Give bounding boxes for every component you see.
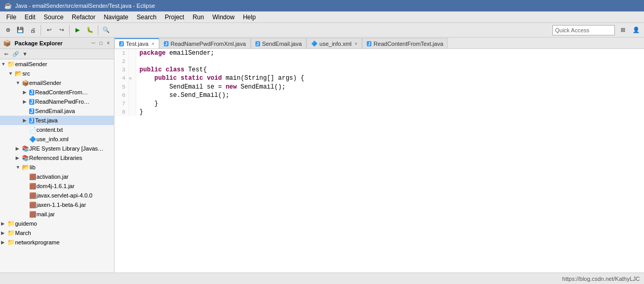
tab-send-email[interactable]: J SendEmail.java — [251, 38, 306, 48]
menu-bar: FileEditSourceRefactorNavigateSearchProj… — [0, 11, 644, 23]
explorer-title: Package Explorer — [15, 40, 88, 46]
tree-item-src-folder[interactable]: ▼ 📂 src — [0, 69, 114, 78]
line-content[interactable]: se.Send_Email(); — [136, 91, 644, 100]
tree-icon: 🟫 — [29, 201, 36, 208]
tree-item-jre-lib[interactable]: ▶ 📚 JRE System Library [Javas… — [0, 144, 114, 153]
tree-item-ref-libs[interactable]: ▶ 📚 Referenced Libraries — [0, 153, 114, 163]
tab-test-java[interactable]: J Test.java × — [114, 38, 159, 48]
tab-close-btn[interactable]: × — [355, 41, 357, 46]
line-number: 3 — [114, 66, 129, 74]
menu-project[interactable]: Project — [161, 13, 188, 22]
tree-label: src — [22, 70, 30, 77]
toolbar-sep2 — [69, 25, 70, 35]
tree-item-emailSender-pkg[interactable]: ▼ 📦 emailSender — [0, 78, 114, 88]
line-number: 1 — [114, 49, 129, 57]
toolbar-search[interactable]: 🔍 — [100, 24, 112, 36]
tree-icon: 🔷 — [29, 135, 36, 143]
toolbar-run[interactable]: ▶ — [72, 24, 83, 36]
tree-arrow: ▶ — [23, 99, 29, 104]
menu-file[interactable]: File — [2, 13, 20, 22]
tree-item-networkprograme[interactable]: ▶ 📁 networkprograme — [0, 238, 114, 247]
tab-use-info-xml-tab[interactable]: 🔷 use_info.xml × — [306, 38, 362, 48]
line-content[interactable]: } — [136, 100, 644, 108]
tree-label: Referenced Libraries — [29, 155, 82, 161]
tree-item-guidemo[interactable]: ▶ 📁 guidemo — [0, 219, 114, 228]
tree-item-mail-jar[interactable]: 🟫 mail.jar — [0, 209, 114, 219]
toolbar-sep1 — [41, 25, 41, 35]
toolbar-right: Quick Access ⊞ 👤 — [552, 24, 642, 36]
toolbar: ⊕ 💾 🖨 ↩ ↪ ▶ 🐛 🔍 Quick Access ⊞ 👤 — [0, 23, 644, 38]
menu-run[interactable]: Run — [188, 13, 208, 22]
menu-help[interactable]: Help — [239, 13, 260, 22]
menu-window[interactable]: Window — [208, 13, 239, 22]
tree-item-jaxen-jar[interactable]: 🟫 jaxen-1.1-beta-6.jar — [0, 200, 114, 209]
tree-label: emailSender — [15, 61, 47, 67]
tree-arrow: ▼ — [1, 61, 7, 67]
explorer-panel: 📦 Package Explorer ─ □ × ⇐ 🔗 ▼ ▼ 📁 email… — [0, 38, 114, 273]
toolbar-print[interactable]: 🖨 — [27, 24, 38, 36]
tree-item-emailSender-project[interactable]: ▼ 📁 emailSender — [0, 59, 114, 69]
explorer-minimize[interactable]: ─ — [91, 40, 96, 46]
tab-read-name-pwd[interactable]: J ReadNamePwdFromXml.java — [159, 38, 251, 48]
tree-item-content-txt[interactable]: 📄 content.txt — [0, 125, 114, 134]
tree-label: guidemo — [15, 220, 37, 227]
line-content[interactable]: public class Test{ — [136, 66, 644, 74]
line-content[interactable]: } — [136, 108, 644, 116]
line-marker — [129, 66, 136, 74]
toolbar-undo[interactable]: ↩ — [43, 24, 55, 36]
code-line-6: 6 se.Send_Email(); — [114, 91, 644, 100]
toolbar-redo[interactable]: ↪ — [56, 24, 67, 36]
collapse-all-btn[interactable]: ⇐ — [2, 50, 10, 58]
toolbar-new[interactable]: ⊕ — [2, 24, 14, 36]
tree-item-javax-jar[interactable]: 🟫 javax.servlet-api-4.0.0 — [0, 191, 114, 200]
tree-label: JRE System Library [Javas… — [29, 145, 104, 152]
tree-item-lib-folder[interactable]: ▼ 📂 lib — [0, 163, 114, 172]
tab-close-btn[interactable]: × — [151, 41, 154, 46]
toolbar-perspective[interactable]: ⊞ — [617, 24, 628, 36]
quick-access-box[interactable]: Quick Access — [552, 25, 615, 35]
code-line-8: 8} — [114, 108, 644, 116]
tree-item-March[interactable]: ▶ 📁 March — [0, 228, 114, 238]
line-content[interactable]: public static void main(String[] args) { — [136, 74, 644, 83]
tab-bar: J Test.java × J ReadNamePwdFromXml.java … — [114, 38, 644, 49]
tab-read-content-tab[interactable]: J ReadContentFromText.java — [362, 38, 448, 48]
code-editor[interactable]: 1package emailSender;2 3public class Tes… — [114, 49, 644, 273]
menu-navigate[interactable]: Navigate — [99, 13, 132, 22]
toolbar-sep3 — [98, 25, 98, 35]
menu-refactor[interactable]: Refactor — [68, 13, 99, 22]
line-content[interactable]: package emailSender; — [136, 49, 644, 57]
line-number: 2 — [114, 57, 129, 66]
link-editor-btn[interactable]: 🔗 — [11, 50, 20, 58]
toolbar-user[interactable]: 👤 — [630, 24, 642, 36]
line-number: 5 — [114, 83, 129, 91]
explorer-close[interactable]: × — [106, 40, 111, 46]
toolbar-save[interactable]: 💾 — [15, 24, 26, 36]
tree-item-ReadNamePwdFro[interactable]: ▶ J ReadNamePwdFro… — [0, 97, 114, 106]
tree-label: Test.java — [35, 117, 58, 124]
tree-item-SendEmail[interactable]: J SendEmail.java — [0, 106, 114, 116]
line-content[interactable] — [136, 57, 644, 66]
menu-edit[interactable]: Edit — [20, 13, 40, 22]
explorer-maximize[interactable]: □ — [98, 40, 104, 46]
view-menu-btn[interactable]: ▼ — [21, 50, 29, 58]
tree-icon: 🟫 — [29, 192, 36, 199]
line-content[interactable]: SendEmail se = new SendEmail(); — [136, 83, 644, 91]
toolbar-debug[interactable]: 🐛 — [84, 24, 96, 36]
tree-item-dom4j-jar[interactable]: 🟫 dom4j-1.6.1.jar — [0, 181, 114, 191]
tab-label: Test.java — [126, 41, 148, 47]
tree-item-activation-jar[interactable]: 🟫 activation.jar — [0, 172, 114, 181]
menu-source[interactable]: Source — [40, 13, 68, 22]
eclipse-icon: ☕ — [4, 2, 12, 9]
menu-search[interactable]: Search — [133, 13, 161, 22]
tree-arrow: ▶ — [1, 240, 7, 245]
tree-item-use-info-xml[interactable]: 🔷 use_info.xml — [0, 134, 114, 144]
tree-icon: 📂 — [22, 164, 30, 171]
tree-item-Test[interactable]: ▶ J Test.java — [0, 116, 114, 125]
tree-icon: 📦 — [22, 79, 29, 87]
tree-arrow: ▶ — [1, 230, 7, 236]
tree-item-ReadContentFrom[interactable]: ▶ J ReadContentFrom… — [0, 88, 114, 97]
editor-panel: J Test.java × J ReadNamePwdFromXml.java … — [114, 38, 644, 273]
tree-label: emailSender — [29, 80, 61, 86]
fold-icon[interactable]: ⊖ — [129, 76, 132, 81]
tree-label: dom4j-1.6.1.jar — [36, 183, 74, 189]
